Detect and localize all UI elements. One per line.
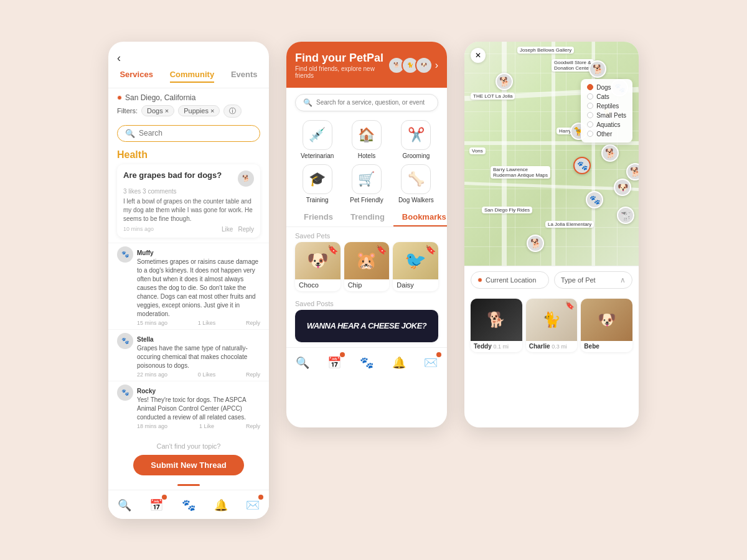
tab-bookmarks[interactable]: Bookmarks: [393, 212, 447, 226]
tab-events[interactable]: Events: [231, 70, 258, 83]
back-button[interactable]: ‹: [117, 52, 121, 65]
petfriendly-icon: 🛒: [352, 164, 382, 194]
nav-search[interactable]: 🔍: [116, 497, 133, 514]
header-chevron-icon[interactable]: ›: [435, 60, 438, 71]
reply-action-2[interactable]: Reply: [246, 371, 260, 378]
map-close-button[interactable]: ✕: [471, 48, 486, 63]
p2-search-input[interactable]: [316, 99, 430, 106]
pet-card-charlie[interactable]: 🐈 🔖 Charlie 0.3 mi: [526, 299, 578, 352]
tab-trending[interactable]: Trending: [342, 212, 393, 226]
type-of-pet-button[interactable]: Type of Pet ∧: [554, 271, 632, 289]
header-avatars: 🐕 🐈 🐶: [388, 57, 433, 74]
service-hotels[interactable]: 🏠 Hotels: [344, 120, 388, 159]
nav2-mail-badge: [436, 352, 441, 357]
filters-row: Filters: Dogs × Puppies × ⓘ: [108, 103, 269, 121]
map-label-elementary: La Jolla Elementary: [545, 221, 594, 228]
nav-badge: [162, 495, 167, 500]
reply-footer-2: 22 mins ago 0 Likes Reply: [137, 371, 260, 378]
nav-calendar[interactable]: 📅: [148, 497, 165, 514]
pet-choco[interactable]: 🐶 🔖 Choco: [295, 242, 341, 291]
filter-smallpets[interactable]: Small Pets: [587, 111, 626, 120]
tab-friends[interactable]: Friends: [295, 212, 342, 226]
nav-mail[interactable]: ✉️: [244, 497, 261, 514]
map-pin-11[interactable]: 🐾: [586, 191, 603, 208]
map-pin-8[interactable]: 🐕: [626, 163, 639, 180]
reply-action[interactable]: Reply: [246, 320, 260, 326]
nav2-paw[interactable]: 🐾: [358, 354, 375, 371]
avatar-stella: 🐾: [117, 333, 133, 349]
service-training[interactable]: 🎓 Training: [295, 164, 339, 203]
nav-bell[interactable]: 🔔: [212, 497, 230, 514]
filter-puppies[interactable]: Puppies ×: [178, 105, 220, 116]
map-pin-9[interactable]: 🐩: [617, 207, 634, 224]
pet-daisy[interactable]: 🐦 🔖 Daisy: [393, 242, 438, 291]
avatar-benny: 🐕: [238, 170, 254, 187]
map-pin-6[interactable]: 🐕: [601, 144, 619, 162]
vet-label: Veterinarian: [301, 152, 334, 159]
bottom-nav-1: 🔍 📅 🐾 🔔 ✉️: [108, 490, 269, 519]
teddy-info: Teddy 0.1 mi: [471, 341, 522, 352]
service-vet[interactable]: 💉 Veterinarian: [295, 120, 339, 159]
service-petfriendly[interactable]: 🛒 Pet Friendly: [344, 164, 388, 203]
map-pin-1[interactable]: 🐕: [496, 73, 513, 90]
service-grooming[interactable]: ✂️ Grooming: [394, 120, 438, 159]
reply-button[interactable]: Reply: [238, 226, 254, 233]
grooming-label: Grooming: [402, 152, 430, 159]
pet-card-bebe[interactable]: 🐶 Bebe: [581, 299, 632, 352]
filter-aquatics[interactable]: Aquatics: [587, 120, 626, 129]
location-dot-icon: [117, 95, 122, 100]
p3-pets-row: 🐕 Teddy 0.1 mi 🐈 🔖 Charlie 0.3 mi 🐶 Bebe: [464, 294, 639, 358]
nav2-search[interactable]: 🔍: [294, 354, 311, 371]
map-area: ✕ Joseph Bellows Gallery Goodwill Store …: [464, 42, 639, 266]
choco-name: Choco: [295, 279, 341, 291]
thread-body: I left a bowl of grapes on the counter t…: [123, 197, 254, 223]
phone-map: ✕ Joseph Bellows Gallery Goodwill Store …: [464, 42, 639, 427]
dogwalkers-icon: 🦴: [401, 164, 431, 194]
search-bar[interactable]: 🔍: [117, 125, 260, 142]
nav2-bell[interactable]: 🔔: [390, 354, 408, 371]
chip-name: Chip: [344, 279, 390, 291]
filter-smallpets-label: Small Pets: [596, 112, 626, 119]
filter-aquatics-label: Aquatics: [596, 121, 620, 128]
filter-cats[interactable]: Cats: [587, 92, 626, 101]
training-label: Training: [306, 197, 329, 203]
location-btn-label: Current Location: [486, 276, 536, 284]
search-input[interactable]: [139, 129, 252, 138]
chevron-up-icon: ∧: [620, 276, 626, 284]
tab-community[interactable]: Community: [170, 70, 215, 83]
thread-card[interactable]: Are grapes bad for dogs? 🐕 3 likes 3 com…: [117, 164, 260, 238]
tab-services[interactable]: Services: [120, 70, 153, 83]
nav2-mail[interactable]: ✉️: [422, 354, 439, 371]
pet-chip[interactable]: 🐹 🔖 Chip: [344, 242, 390, 291]
service-dogwalkers[interactable]: 🦴 Dog Walkers: [394, 164, 438, 203]
current-location-button[interactable]: Current Location: [471, 271, 549, 289]
location-icon: [477, 278, 482, 282]
submit-thread-button[interactable]: Submit New Thread: [133, 455, 243, 475]
filter-reptiles[interactable]: Reptiles: [587, 101, 626, 111]
reply-author: Muffy: [137, 250, 154, 256]
filter-dogs[interactable]: Dogs: [587, 83, 626, 92]
pet-card-teddy[interactable]: 🐕 Teddy 0.1 mi: [471, 299, 522, 352]
reply-action-3[interactable]: Reply: [246, 423, 260, 429]
p2-search-bar[interactable]: 🔍: [295, 94, 438, 111]
map-pin-main[interactable]: 🐾: [573, 157, 591, 174]
map-label-lot: THE LOT La Jolla: [471, 93, 515, 100]
filter-other[interactable]: Other: [587, 129, 626, 139]
nav2-calendar[interactable]: 📅: [326, 354, 343, 371]
p2-search-icon: 🔍: [303, 98, 312, 107]
filter-info[interactable]: ⓘ: [223, 105, 242, 118]
filter-dogs[interactable]: Dogs ×: [141, 105, 174, 116]
reply-footer: 15 mins ago 1 Likes Reply: [137, 320, 260, 326]
map-pin-2[interactable]: 🐕: [589, 60, 606, 78]
p1-header: ‹: [108, 42, 269, 70]
avatar-rocky: 🐾: [117, 385, 133, 401]
phone-community: ‹ Services Community Events San Diego, C…: [108, 42, 269, 519]
nav-paw[interactable]: 🐾: [180, 497, 197, 514]
map-pin-7[interactable]: 🐶: [614, 179, 631, 196]
saved-post-cheese[interactable]: WANNA HEAR A CHEESE JOKE?: [295, 310, 438, 342]
bottom-indicator: [177, 484, 200, 486]
reply-author-2: Stella: [137, 336, 154, 343]
map-pin-10[interactable]: 🐕: [527, 235, 544, 252]
like-button[interactable]: Like: [222, 226, 233, 233]
bottom-nav-2: 🔍 📅 🐾 🔔 ✉️: [286, 347, 447, 376]
